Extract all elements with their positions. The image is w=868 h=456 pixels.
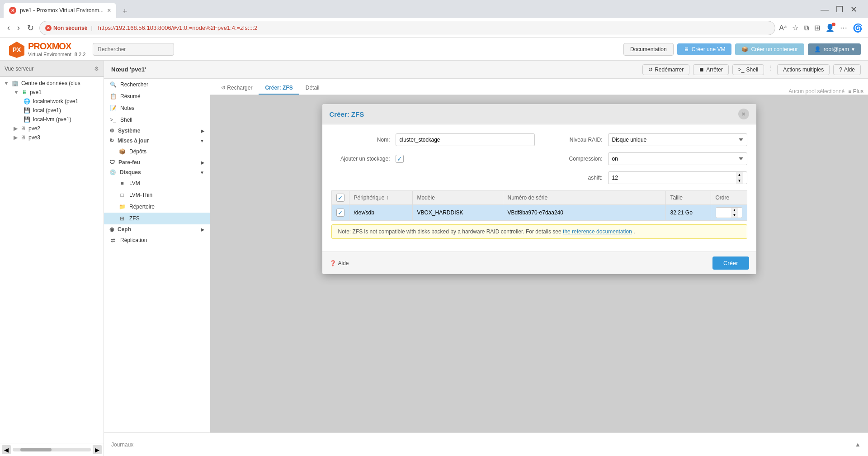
header-device[interactable]: Périphérique ↑ [349,191,412,205]
row-checkbox[interactable]: ✓ [336,209,344,217]
aide-footer-button[interactable]: ❓ Aide [330,260,349,266]
tab-creer-zfs[interactable]: Créer: ZFS [259,82,299,95]
sidebar2-section-systeme[interactable]: ⚙ Système ▶ [104,126,210,136]
reference-doc-link[interactable]: the reference documentation [563,228,632,235]
tab-actions: Aucun pool sélectionné ≡ Plus [788,88,863,95]
localnetwork-icon: 🌐 [24,98,30,104]
niveau-select[interactable]: Disque unique Mirror RAID-Z RAID-Z2 RAID… [608,133,747,146]
sidebar2-item-lvm[interactable]: ■ LVM [104,177,210,189]
tab-detail[interactable]: Détail [299,82,326,95]
restart-button[interactable]: ↺ Redémarrer [642,64,689,75]
top-actions: Documentation 🖥 Créer une VM 📦 Créer un … [623,43,861,56]
sidebar2-item-replication[interactable]: ⇄ Réplication [104,234,210,246]
sidebar2-item-notes[interactable]: 📝 Notes [104,102,210,114]
sidebar2-item-repertoire[interactable]: 📁 Répertoire [104,201,210,213]
restart-icon: ↺ [648,66,653,73]
window-maximize-button[interactable]: ❐ [836,5,843,14]
translate-icon[interactable]: Aᵃ [779,24,787,32]
pool-selector: Aucun pool sélectionné [788,88,844,95]
local-icon: 💾 [24,107,30,114]
header-checkbox-col: ✓ [331,191,349,205]
sidebar2-section-disques[interactable]: 💿 Disques ▼ [104,167,210,177]
header-serial[interactable]: Numéro de série [503,191,665,205]
select-all-checkbox[interactable]: ✓ [336,194,344,202]
niveau-label: Niveau RAID: [544,137,603,143]
logo-sub: Virtual Environment 8.2.2 [28,52,85,57]
terminal-icon: >_ [109,116,117,124]
proxmox-logo: PX PROXMOX Virtual Environment 8.2.2 [7,41,85,58]
tree-item-localnetwork[interactable]: 🌐 localnetwork (pve1 [0,97,104,106]
sidebar2-item-shell[interactable]: >_ Shell [104,114,210,126]
tab-favicon: ✕ [9,7,16,14]
ashift-increment[interactable]: ▲ [736,172,743,178]
sidebar2-item-depots[interactable]: 📦 Dépôts [104,146,210,157]
order-increment[interactable]: ▲ [731,208,738,213]
window-minimize-button[interactable]: — [821,5,829,14]
modal-close-button[interactable]: × [738,109,749,119]
refresh-button[interactable]: ↻ [25,21,36,35]
sidebar2-item-zfs[interactable]: ⊞ ZFS [104,213,210,224]
tab-recharger[interactable]: ↺ Recharger [215,82,259,95]
chevron-right-icon-2: ▶ [201,160,204,165]
ashift-decrement[interactable]: ▼ [736,178,743,184]
profile-icon[interactable]: 👤 [826,24,835,32]
tree-item-local-lvm[interactable]: 💾 local-lvm (pve1) [0,115,104,124]
compression-select[interactable]: on off lz4 gzip zle [608,152,747,165]
sidebar2-section-ceph[interactable]: ◉ Ceph ▶ [104,224,210,234]
create-container-button[interactable]: 📦 Créer un conteneur [735,43,804,55]
sidebar-settings-icon[interactable]: ⚙ [94,66,99,72]
tab-close-button[interactable]: × [107,7,111,14]
header-model[interactable]: Modèle [412,191,503,205]
shell-button[interactable]: >_ Shell [732,64,764,75]
create-vm-button[interactable]: 🖥 Créer une VM [677,43,732,55]
create-zfs-modal: Créer: ZFS × Nom: [322,104,756,274]
nom-input[interactable] [396,133,535,146]
tree-item-pve3[interactable]: ▶ 🖥 pve3 [0,133,104,142]
back-button[interactable]: ‹ [5,21,12,34]
browser-tab[interactable]: ✕ pve1 - Proxmox Virtual Environm... × [4,3,116,18]
tree-item-datacenter[interactable]: ▼ 🏢 Centre de données (clus [0,79,104,88]
disk-icon: 💿 [109,169,116,176]
sidebar-footer: ◀ ▶ [0,443,104,456]
sidebar-scroll-right[interactable]: ▶ [93,445,102,454]
tree-item-pve2[interactable]: ▶ 🖥 pve2 [0,124,104,133]
row-order[interactable]: ▲ ▼ [711,205,747,221]
creer-button[interactable]: Créer [712,256,749,270]
sidebar2-item-lvm-thin[interactable]: □ LVM-Thin [104,189,210,201]
stop-button[interactable]: ⏹ Arrêter [693,64,729,75]
folder-icon: 📁 [118,203,126,210]
order-decrement[interactable]: ▼ [731,213,738,218]
logs-scroll-button[interactable]: ▲ [855,441,861,448]
search-input[interactable] [93,43,174,56]
chevron-right-icon-3: ▶ [201,227,204,232]
sidebar2-item-resume[interactable]: 📋 Résumé [104,90,210,102]
header-size[interactable]: Taille [665,191,711,205]
tree-item-pve1[interactable]: ▼ 🖥 pve1 [0,88,104,97]
extensions-icon[interactable]: ⋯ [840,24,847,32]
new-tab-button[interactable]: + [118,5,132,18]
aide-button[interactable]: ? Aide [833,64,861,75]
forward-button[interactable]: › [15,21,22,34]
ashift-spinner[interactable]: 12 ▲ ▼ [608,171,747,184]
chevron-right-icon: ▶ [201,128,204,133]
user-menu-button[interactable]: 👤 root@pam ▾ [808,43,861,55]
table-row[interactable]: ✓ /dev/sdb VBOX_HARDDISK VBdf8ba970-e7da… [331,205,747,221]
ceph-icon: ◉ [109,226,114,233]
favorites-icon[interactable]: ⊞ [814,24,820,32]
documentation-button[interactable]: Documentation [623,43,674,56]
split-view-icon[interactable]: ⧉ [804,24,809,32]
header-order[interactable]: Ordre [711,191,747,205]
bookmark-icon[interactable]: ☆ [792,24,798,32]
sidebar2-section-mises-a-jour[interactable]: ↻ Mises à jour ▼ [104,136,210,146]
multiple-actions-button[interactable]: Actions multiples [777,64,830,75]
url-bar[interactable]: ✕ Non sécurisé | https://192.168.56.103:… [39,21,775,35]
disk-table-header: ✓ Périphérique ↑ [331,191,747,205]
lvm-icon: ■ [118,180,126,187]
ajouter-checkbox[interactable]: ✓ [396,155,404,163]
sidebar2-section-pare-feu[interactable]: 🛡 Pare-feu ▶ [104,157,210,167]
tree-item-local[interactable]: 💾 local (pve1) [0,106,104,115]
more-button[interactable]: ≡ Plus [848,88,863,95]
sidebar2-item-rechercher[interactable]: 🔍 Rechercher [104,79,210,90]
sidebar-scroll-left[interactable]: ◀ [2,445,11,454]
window-close-button[interactable]: ✕ [850,5,857,14]
